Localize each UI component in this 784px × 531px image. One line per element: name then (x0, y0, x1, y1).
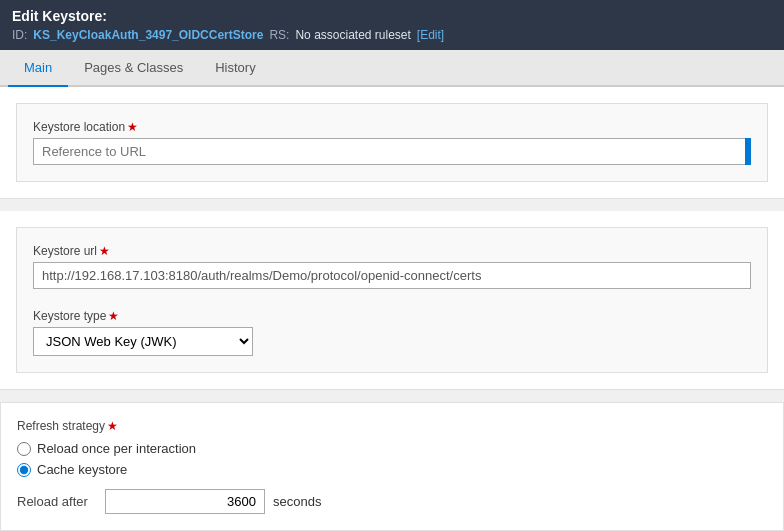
edit-link[interactable]: [Edit] (417, 28, 444, 42)
radio-reload-once[interactable]: Reload once per interaction (17, 441, 767, 456)
keystore-url-label: Keystore url★ (33, 244, 751, 258)
keystore-location-input-wrapper (33, 138, 751, 165)
keystore-type-select[interactable]: JSON Web Key (JWK) PKCS12 JKS (33, 327, 253, 356)
radio-reload-once-input[interactable] (17, 442, 31, 456)
radio-group: Reload once per interaction Cache keysto… (17, 441, 767, 477)
header-title: Edit Keystore: (12, 8, 772, 24)
content-area: Keystore location★ Keystore url★ Keystor… (0, 87, 784, 531)
tab-history[interactable]: History (199, 50, 271, 87)
keystore-location-input[interactable] (33, 138, 751, 165)
keystore-location-label: Keystore location★ (33, 120, 751, 134)
gap-2 (0, 390, 784, 402)
keystore-url-input[interactable] (33, 262, 751, 289)
seconds-label: seconds (273, 494, 321, 509)
refresh-strategy-label: Refresh strategy★ (17, 419, 767, 433)
tab-main[interactable]: Main (8, 50, 68, 87)
refresh-strategy-section: Refresh strategy★ Reload once per intera… (0, 402, 784, 531)
reload-after-input[interactable] (105, 489, 265, 514)
radio-cache-keystore[interactable]: Cache keystore (17, 462, 767, 477)
required-star-url: ★ (99, 244, 110, 258)
header-bar: Edit Keystore: ID: KS_KeyCloakAuth_3497_… (0, 0, 784, 50)
id-value: KS_KeyCloakAuth_3497_OIDCCertStore (33, 28, 263, 42)
id-label: ID: (12, 28, 27, 42)
header-meta: ID: KS_KeyCloakAuth_3497_OIDCCertStore R… (12, 28, 772, 42)
tab-pages-classes[interactable]: Pages & Classes (68, 50, 199, 87)
radio-cache-keystore-input[interactable] (17, 463, 31, 477)
keystore-location-inner: Keystore location★ (16, 103, 768, 182)
reload-after-label: Reload after (17, 494, 97, 509)
radio-cache-keystore-label: Cache keystore (37, 462, 127, 477)
keystore-url-section: Keystore url★ Keystore type★ JSON Web Ke… (0, 211, 784, 390)
tabs-bar: Main Pages & Classes History (0, 50, 784, 87)
radio-reload-once-label: Reload once per interaction (37, 441, 196, 456)
required-star-refresh: ★ (107, 419, 118, 433)
required-star-location: ★ (127, 120, 138, 134)
keystore-location-section: Keystore location★ (0, 87, 784, 199)
keystore-url-inner: Keystore url★ Keystore type★ JSON Web Ke… (16, 227, 768, 373)
rs-label: RS: (269, 28, 289, 42)
gap-1 (0, 199, 784, 211)
required-star-type: ★ (108, 309, 119, 323)
reload-after-row: Reload after seconds (17, 489, 767, 514)
keystore-type-label: Keystore type★ (33, 309, 751, 323)
rs-value: No associated ruleset (295, 28, 410, 42)
